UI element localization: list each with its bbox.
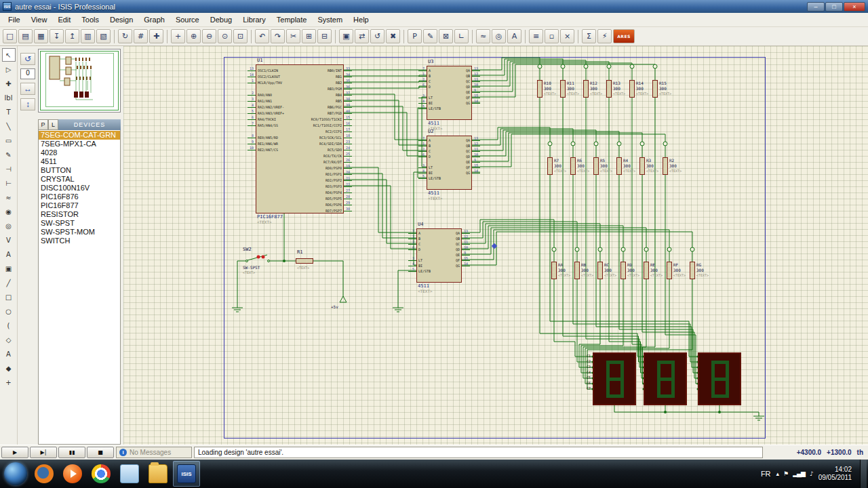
junction-dot-mode-button[interactable]: ✚	[2, 77, 16, 90]
volume-icon[interactable]: ♪	[810, 470, 813, 477]
component-r14[interactable]	[629, 80, 635, 98]
2d-circle-mode-button[interactable]: ○	[2, 304, 16, 318]
component-u2[interactable]: U24511<TEXT>7A1B2C6D3LT4BI5LE/STB13QA12Q…	[427, 136, 472, 190]
component-r13[interactable]	[606, 80, 612, 98]
property-assignment-button[interactable]: A	[507, 29, 521, 43]
component-rf[interactable]	[667, 262, 672, 279]
selection-mode-button[interactable]: ↖	[2, 48, 16, 62]
new-design-button[interactable]: □	[3, 29, 17, 43]
menu-help[interactable]: Help	[348, 14, 374, 25]
remove-sheet-button[interactable]: ×	[560, 29, 574, 43]
text-script-mode-button[interactable]: T	[2, 105, 16, 119]
make-device-button[interactable]: ✎	[423, 29, 437, 43]
taskbar-clock[interactable]: 14:02 09/05/2011	[818, 466, 852, 482]
device-item-disc100n16v[interactable]: DISC100N16V	[39, 184, 120, 192]
redraw-display-button[interactable]: ↻	[118, 29, 132, 43]
new-sheet-button[interactable]: ▫	[545, 29, 559, 43]
menu-debug[interactable]: Debug	[205, 14, 237, 25]
2d-line-mode-button[interactable]: ╱	[2, 276, 16, 289]
subcircuit-mode-button[interactable]: ▭	[2, 134, 16, 147]
menu-graph[interactable]: Graph	[138, 14, 170, 25]
device-item-button[interactable]: BUTTON	[39, 166, 120, 175]
component-r7[interactable]	[547, 157, 553, 175]
taskbar-app-media-player[interactable]	[59, 461, 86, 487]
print-design-button[interactable]: ▥	[81, 29, 95, 43]
generator-mode-button[interactable]: ◎	[2, 219, 16, 232]
menu-library[interactable]: Library	[237, 14, 271, 25]
network-icon[interactable]: ▂▄▆	[793, 470, 805, 477]
seven-seg-display-2[interactable]	[644, 352, 687, 405]
menu-edit[interactable]: Edit	[52, 14, 76, 25]
block-delete-button[interactable]: ✖	[386, 29, 400, 43]
2d-symbol-mode-button[interactable]: ◆	[2, 361, 16, 375]
component-r12[interactable]	[583, 80, 589, 98]
pick-device-button[interactable]: P	[408, 29, 422, 43]
2d-path-mode-button[interactable]: ◇	[2, 333, 16, 346]
menu-template[interactable]: Template	[271, 14, 313, 25]
device-item-resistor[interactable]: RESISTOR	[39, 210, 120, 219]
maximize-button[interactable]: □	[825, 2, 843, 12]
taskbar-app-firefox[interactable]	[31, 461, 58, 487]
step-button[interactable]: ▶|	[30, 447, 57, 458]
mirror-horizontal-button[interactable]: ↔	[20, 83, 35, 95]
rotation-angle-field[interactable]: 0	[20, 68, 35, 79]
action-center-icon[interactable]: ⚑	[783, 470, 788, 477]
zoom-all-button[interactable]: ⊙	[218, 29, 232, 43]
cut-button[interactable]: ✂	[286, 29, 300, 43]
save-design-button[interactable]: ▦	[34, 29, 48, 43]
component-rg[interactable]	[690, 262, 695, 279]
2d-arc-mode-button[interactable]: (	[2, 319, 16, 332]
library-manager-button[interactable]: L	[48, 119, 58, 130]
device-item-switch[interactable]: SWITCH	[39, 237, 120, 245]
decompose-button[interactable]: ∟	[454, 29, 469, 43]
taskbar-app-isis[interactable]: ISIS	[173, 461, 200, 487]
device-item-sw-spst[interactable]: SW-SPST	[39, 219, 120, 228]
device-item-sw-spst-mom[interactable]: SW-SPST-MOM	[39, 228, 120, 237]
component-re[interactable]	[644, 262, 649, 279]
pan-center-button[interactable]: +	[171, 29, 185, 43]
block-copy-button[interactable]: ▣	[339, 29, 353, 43]
search-tag-button[interactable]: ◎	[492, 29, 506, 43]
overview-window[interactable]	[38, 49, 121, 113]
toggle-grid-button[interactable]: #	[134, 29, 148, 43]
component-r10[interactable]	[537, 80, 542, 98]
taskbar-app-folder[interactable]	[144, 461, 172, 487]
component-r15[interactable]	[652, 80, 658, 98]
device-item-pic16f876[interactable]: PIC16F876	[39, 192, 120, 201]
taskbar-app-start-orb[interactable]	[2, 461, 29, 487]
seven-seg-display-3[interactable]	[698, 352, 741, 405]
pause-button[interactable]: ▮▮	[58, 447, 85, 458]
component-sw2[interactable]	[244, 253, 273, 265]
menu-source[interactable]: Source	[170, 14, 205, 25]
current-probe-mode-button[interactable]: A	[2, 247, 16, 261]
block-move-button[interactable]: ⇄	[355, 29, 369, 43]
toggle-origin-button[interactable]: ✚	[149, 29, 163, 43]
title-bar[interactable]: ISIS autre essai - ISIS Professional –□×	[0, 0, 868, 13]
open-design-button[interactable]: ▤	[18, 29, 33, 43]
design-explorer-button[interactable]: ≡	[529, 29, 543, 43]
taskbar-app-explorer[interactable]	[116, 461, 143, 487]
menu-tools[interactable]: Tools	[76, 14, 104, 25]
export-section-button[interactable]: ↥	[65, 29, 79, 43]
wire-label-mode-button[interactable]: lbl	[2, 91, 16, 104]
stop-button[interactable]: ■	[87, 447, 114, 458]
bill-of-materials-button[interactable]: Σ	[582, 29, 596, 43]
paste-button[interactable]: ⊟	[317, 29, 332, 43]
device-item-4028[interactable]: 4028	[39, 148, 120, 157]
hidden-icons-icon[interactable]: ▴	[776, 470, 779, 477]
block-rotate-button[interactable]: ↺	[370, 29, 384, 43]
schematic-canvas[interactable]: R10300<TEXT>R11300<TEXT>R12300<TEXT>R133…	[123, 46, 868, 445]
voltage-probe-mode-button[interactable]: V	[2, 233, 16, 247]
component-r5[interactable]	[593, 157, 599, 175]
import-section-button[interactable]: ↧	[50, 29, 64, 43]
zoom-out-button[interactable]: ⊖	[202, 29, 216, 43]
close-button[interactable]: ×	[844, 2, 865, 12]
device-item-pic16f877[interactable]: PIC16F877	[39, 201, 120, 210]
component-r11[interactable]	[560, 80, 566, 98]
netlist-to-ares-button[interactable]: ARES	[613, 29, 635, 43]
device-item-crystal[interactable]: CRYSTAL	[39, 175, 120, 184]
menu-system[interactable]: System	[312, 14, 348, 25]
show-desktop-button[interactable]	[860, 460, 867, 488]
tape-recorder-mode-button[interactable]: ◉	[2, 205, 16, 218]
packaging-tool-button[interactable]: ⊠	[439, 29, 453, 43]
